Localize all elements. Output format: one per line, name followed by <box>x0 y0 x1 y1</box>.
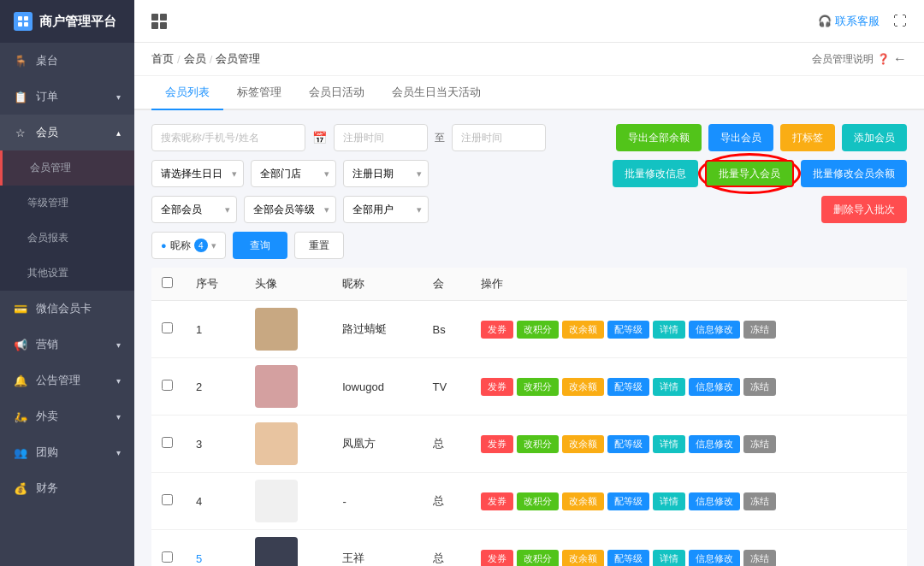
date-type-select-wrap[interactable]: 注册日期 <box>343 160 429 187</box>
freeze-btn[interactable]: 冻结 <box>743 321 776 339</box>
member-tier-select[interactable]: 全部会员等级 <box>244 196 336 223</box>
modify-info-btn[interactable]: 信息修改 <box>689 321 740 339</box>
freeze-btn[interactable]: 冻结 <box>743 550 776 567</box>
add-tag-btn[interactable]: 打标签 <box>780 124 835 151</box>
row-seq: 4 <box>186 473 245 530</box>
modify-balance-btn[interactable]: 改余额 <box>562 435 604 453</box>
details-btn[interactable]: 详情 <box>653 321 685 339</box>
tab-member-activity[interactable]: 会员日活动 <box>295 76 378 110</box>
add-member-btn[interactable]: 添加会员 <box>842 124 907 151</box>
details-btn[interactable]: 详情 <box>653 492 685 510</box>
member-type-select[interactable]: 全部会员 <box>151 196 237 223</box>
sidebar-item-finance[interactable]: 💰 财务 <box>0 470 134 506</box>
filter-dropdown-icon[interactable]: ▾ <box>211 240 216 251</box>
tab-tag-management[interactable]: 标签管理 <box>223 76 295 110</box>
row-checkbox-2[interactable] <box>162 380 173 391</box>
user-select[interactable]: 全部用户 <box>343 196 429 223</box>
export-balance-btn[interactable]: 导出全部余额 <box>616 124 702 151</box>
modify-points-btn[interactable]: 改积分 <box>517 492 559 510</box>
row-checkbox-5[interactable] <box>162 551 173 563</box>
batch-import-btn[interactable]: 批量导入会员 <box>705 160 794 187</box>
reg-time-start[interactable] <box>334 124 428 151</box>
expand-icon[interactable]: ⛶ <box>893 14 907 29</box>
sidebar-item-group-buy[interactable]: 👥 团购 ▾ <box>0 434 134 470</box>
birthday-select[interactable]: 请选择生日日 <box>151 160 244 187</box>
freeze-btn[interactable]: 冻结 <box>743 492 776 510</box>
modify-info-btn[interactable]: 信息修改 <box>689 550 740 567</box>
issue-coupon-btn[interactable]: 发券 <box>481 492 513 510</box>
row-nickname: 路过蜻蜓 <box>332 301 422 358</box>
details-btn[interactable]: 详情 <box>653 378 685 396</box>
sidebar-item-member-management[interactable]: 会员管理 <box>0 150 134 186</box>
modify-points-btn[interactable]: 改积分 <box>517 550 559 567</box>
details-btn[interactable]: 详情 <box>653 435 685 453</box>
back-btn[interactable]: ← <box>893 51 907 67</box>
set-tier-btn[interactable]: 配等级 <box>607 550 649 567</box>
sidebar-item-orders[interactable]: 📋 订单 ▾ <box>0 79 134 115</box>
member-type-wrap[interactable]: 全部会员 <box>151 196 237 223</box>
tab-member-list[interactable]: 会员列表 <box>151 76 223 110</box>
row-checkbox-1[interactable] <box>162 322 173 333</box>
modify-info-btn[interactable]: 信息修改 <box>689 492 740 510</box>
issue-coupon-btn[interactable]: 发券 <box>481 550 513 567</box>
select-all-checkbox[interactable] <box>162 277 173 288</box>
tab-member-birthday[interactable]: 会员生日当天活动 <box>378 76 495 110</box>
sidebar-label-member-mgmt: 会员管理 <box>30 161 71 175</box>
breadcrumb-home[interactable]: 首页 <box>151 51 174 67</box>
issue-coupon-btn[interactable]: 发券 <box>481 321 513 339</box>
row-checkbox-4[interactable] <box>162 494 173 505</box>
row-actions: 发券 改积分 改余额 配等级 详情 信息修改 冻结 <box>471 416 907 473</box>
member-tier-wrap[interactable]: 全部会员等级 <box>244 196 336 223</box>
sidebar-item-dashboard[interactable]: 🪑 桌台 <box>0 43 134 79</box>
svg-rect-3 <box>24 22 28 27</box>
store-select-wrap[interactable]: 全部门店 <box>251 160 336 187</box>
modify-balance-btn[interactable]: 改余额 <box>562 550 604 567</box>
modify-balance-btn[interactable]: 改余额 <box>562 321 604 339</box>
birthday-select-wrap[interactable]: 请选择生日日 <box>151 160 244 187</box>
breadcrumb-members[interactable]: 会员 <box>184 51 206 67</box>
user-wrap[interactable]: 全部用户 <box>343 196 429 223</box>
grid-menu-icon[interactable] <box>151 14 167 29</box>
help-label[interactable]: 会员管理说明 <box>812 52 874 67</box>
set-tier-btn[interactable]: 配等级 <box>607 321 649 339</box>
issue-coupon-btn[interactable]: 发券 <box>481 378 513 396</box>
takeout-icon: 🛵 <box>14 410 27 423</box>
modify-info-btn[interactable]: 信息修改 <box>689 378 740 396</box>
sidebar-item-members[interactable]: ☆ 会员 ▴ <box>0 115 134 150</box>
store-select[interactable]: 全部门店 <box>251 160 336 187</box>
modify-points-btn[interactable]: 改积分 <box>517 378 559 396</box>
set-tier-btn[interactable]: 配等级 <box>607 492 649 510</box>
sidebar-item-marketing[interactable]: 📢 营销 ▾ <box>0 327 134 363</box>
sidebar-item-tier-management[interactable]: 等级管理 <box>0 186 134 221</box>
table-scroll[interactable]: 序号 头像 昵称 会 操作 1 路过蜻蜓Bs 发券 改积分 改余额 配等级 <box>151 268 907 566</box>
set-tier-btn[interactable]: 配等级 <box>607 435 649 453</box>
batch-modify-credit-btn[interactable]: 批量修改信息 <box>613 160 698 187</box>
sidebar-item-announcements[interactable]: 🔔 公告管理 ▾ <box>0 363 134 398</box>
issue-coupon-btn[interactable]: 发券 <box>481 435 513 453</box>
export-members-btn[interactable]: 导出会员 <box>708 124 773 151</box>
search-input[interactable] <box>151 124 305 151</box>
sidebar-item-other-settings[interactable]: 其他设置 <box>0 256 134 291</box>
modify-points-btn[interactable]: 改积分 <box>517 435 559 453</box>
modify-balance-btn[interactable]: 改余额 <box>562 378 604 396</box>
delete-import-btn[interactable]: 删除导入批次 <box>821 196 907 223</box>
freeze-btn[interactable]: 冻结 <box>743 435 776 453</box>
row-actions: 发券 改积分 改余额 配等级 详情 信息修改 冻结 <box>471 358 907 416</box>
details-btn[interactable]: 详情 <box>653 550 685 567</box>
sidebar-item-wechat-card[interactable]: 💳 微信会员卡 <box>0 291 134 327</box>
reg-time-end[interactable] <box>452 124 546 151</box>
row-checkbox-cell <box>151 530 186 567</box>
modify-points-btn[interactable]: 改积分 <box>517 321 559 339</box>
query-btn[interactable]: 查询 <box>233 232 287 259</box>
support-link[interactable]: 🎧 联系客服 <box>818 14 880 29</box>
sidebar-item-takeout[interactable]: 🛵 外卖 ▾ <box>0 398 134 434</box>
row-checkbox-3[interactable] <box>162 437 173 448</box>
sidebar-item-member-report[interactable]: 会员报表 <box>0 221 134 256</box>
batch-modify-balance-btn[interactable]: 批量修改会员余额 <box>801 160 907 187</box>
freeze-btn[interactable]: 冻结 <box>743 378 776 396</box>
modify-balance-btn[interactable]: 改余额 <box>562 492 604 510</box>
date-type-select[interactable]: 注册日期 <box>343 160 429 187</box>
reset-btn[interactable]: 重置 <box>294 232 344 259</box>
modify-info-btn[interactable]: 信息修改 <box>689 435 740 453</box>
set-tier-btn[interactable]: 配等级 <box>607 378 649 396</box>
